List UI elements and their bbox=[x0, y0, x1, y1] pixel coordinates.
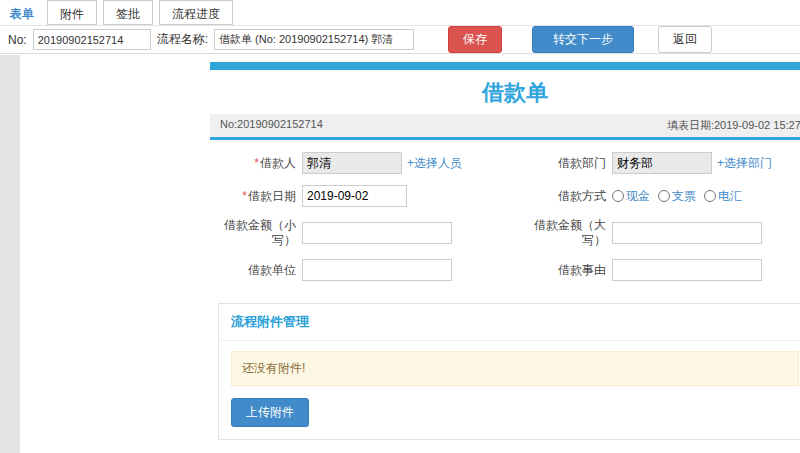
form-date-text: 填表日期:2019-09-02 15:27:1 bbox=[667, 118, 800, 133]
amount-upper-label: 借款金额（大写） bbox=[520, 218, 612, 248]
back-button[interactable]: 返回 bbox=[658, 26, 712, 53]
amount-lower-label: 借款金额（小写） bbox=[210, 218, 302, 248]
borrower-label: *借款人 bbox=[210, 156, 302, 171]
tab-progress[interactable]: 流程进度 bbox=[159, 0, 233, 25]
process-name-input[interactable] bbox=[214, 29, 414, 50]
loan-method-group: 现金 支票 电汇 bbox=[612, 188, 800, 205]
forward-next-step-button[interactable]: 转交下一步 bbox=[532, 26, 634, 53]
method-wire-option[interactable]: 电汇 bbox=[704, 188, 742, 205]
panel-top-bar bbox=[210, 62, 800, 70]
loan-method-label: 借款方式 bbox=[520, 189, 612, 204]
method-check-radio[interactable] bbox=[658, 190, 670, 202]
required-asterisk: * bbox=[254, 156, 259, 170]
form-no-text: No:20190902152714 bbox=[220, 118, 323, 133]
loan-date-label: *借款日期 bbox=[210, 189, 302, 204]
loan-form-panel: 借款单 No:20190902152714 填表日期:2019-09-02 15… bbox=[210, 62, 800, 453]
upload-attachment-button[interactable]: 上传附件 bbox=[231, 398, 309, 427]
select-person-link[interactable]: +选择人员 bbox=[407, 155, 462, 172]
no-input[interactable] bbox=[33, 29, 151, 50]
no-attachment-notice: 还没有附件! bbox=[231, 351, 799, 386]
left-sidebar-strip[interactable] bbox=[0, 55, 20, 453]
method-check-option[interactable]: 支票 bbox=[658, 188, 696, 205]
required-asterisk: * bbox=[242, 189, 247, 203]
attachment-heading: 流程附件管理 bbox=[219, 304, 800, 341]
attachment-section: 流程附件管理 还没有附件! 上传附件 bbox=[218, 303, 800, 440]
amount-lower-input[interactable] bbox=[302, 222, 452, 244]
toolbar: No: 流程名称: 保存 转交下一步 返回 bbox=[0, 26, 800, 54]
dept-label: 借款部门 bbox=[520, 156, 612, 171]
dept-input[interactable] bbox=[612, 152, 712, 174]
form-info-bar: No:20190902152714 填表日期:2019-09-02 15:27:… bbox=[210, 114, 800, 137]
tab-form[interactable]: 表单 bbox=[0, 0, 44, 25]
select-dept-link[interactable]: +选择部门 bbox=[717, 155, 772, 172]
loan-reason-label: 借款事由 bbox=[520, 263, 612, 278]
page-title: 借款单 bbox=[210, 70, 800, 114]
loan-form-fields: *借款人 +选择人员 借款部门 +选择部门 *借款日期 借款方式 现金 支票 bbox=[210, 140, 800, 293]
loan-reason-input[interactable] bbox=[612, 259, 762, 281]
tab-attachment[interactable]: 附件 bbox=[47, 0, 97, 25]
loan-unit-label: 借款单位 bbox=[210, 263, 302, 278]
tab-bar: 表单 附件 签批 流程进度 bbox=[0, 0, 800, 26]
loan-date-input[interactable] bbox=[302, 185, 407, 207]
method-cash-option[interactable]: 现金 bbox=[612, 188, 650, 205]
tab-approval[interactable]: 签批 bbox=[103, 0, 153, 25]
method-wire-radio[interactable] bbox=[704, 190, 716, 202]
method-cash-radio[interactable] bbox=[612, 190, 624, 202]
no-label: No: bbox=[8, 33, 27, 47]
loan-unit-input[interactable] bbox=[302, 259, 452, 281]
save-button[interactable]: 保存 bbox=[448, 26, 502, 53]
amount-upper-input[interactable] bbox=[612, 222, 762, 244]
process-name-label: 流程名称: bbox=[157, 31, 208, 48]
borrower-input[interactable] bbox=[302, 152, 402, 174]
